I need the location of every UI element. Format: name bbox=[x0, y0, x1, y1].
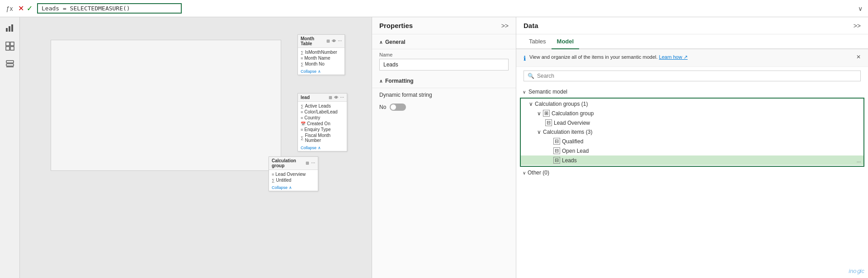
general-section-label: General bbox=[385, 39, 406, 45]
inoic-watermark: inoɡic bbox=[849, 268, 864, 274]
learn-how-link[interactable]: Learn how ↗ bbox=[659, 54, 688, 60]
open-lead-item[interactable]: ⊟ Open Lead bbox=[521, 146, 863, 155]
formatting-chevron-icon: ∧ bbox=[379, 79, 382, 84]
properties-header: Properties >> bbox=[372, 17, 516, 34]
cancel-button[interactable]: ✕ bbox=[18, 4, 24, 13]
more-icon3: ⋯ bbox=[311, 161, 315, 165]
month-table-icons: ⊞ 👁 ⋯ bbox=[326, 39, 342, 43]
table-row: ≡ Color/LabelLead bbox=[301, 109, 344, 115]
eye-icon: 👁 bbox=[332, 39, 336, 43]
field-icon5: ≡ bbox=[301, 127, 303, 132]
leads-item[interactable]: ⊟ Leads ... bbox=[521, 155, 863, 165]
left-sidebar bbox=[0, 17, 20, 278]
data-info-bar: ℹ View and organize all of the items in … bbox=[516, 49, 868, 67]
dynamic-format-toggle[interactable] bbox=[390, 104, 406, 111]
data-tree: ∨ Semantic model ∨ Calculation groups (1… bbox=[516, 85, 868, 278]
svg-rect-5 bbox=[6, 47, 9, 50]
field-colorlabel: Color/LabelLead bbox=[304, 109, 337, 114]
field-icon4: 📅 bbox=[301, 122, 306, 126]
properties-title: Properties bbox=[379, 22, 413, 29]
lead-overview-item[interactable]: ⊟ Lead Overview bbox=[521, 118, 863, 127]
info-text: View and organize all of the items in yo… bbox=[529, 54, 853, 61]
calc-group-icons: ⊞ ⋯ bbox=[306, 161, 315, 165]
other-chevron-icon: ∨ bbox=[523, 170, 526, 175]
table-row: ∑ Fiscal Month Number bbox=[301, 132, 344, 143]
lead-table-header: lead ⊞ 👁 ⋯ bbox=[298, 94, 347, 102]
toggle-label: No bbox=[379, 104, 386, 110]
properties-expand-button[interactable]: >> bbox=[501, 22, 509, 29]
formula-bar-chevron-icon[interactable]: ∨ bbox=[856, 3, 864, 14]
dynamic-format-row: Dynamic format string bbox=[372, 88, 516, 102]
semantic-model-header[interactable]: ∨ Semantic model bbox=[520, 87, 864, 97]
general-section-header[interactable]: ∧ General bbox=[372, 34, 516, 49]
info-close-button[interactable]: ✕ bbox=[856, 54, 861, 60]
svg-rect-7 bbox=[6, 61, 14, 63]
general-chevron-icon: ∧ bbox=[379, 40, 382, 45]
calc-group-body: ≡ Lead Overview ∑ Untitled bbox=[269, 170, 318, 184]
other-section-header[interactable]: ∨ Other (0) bbox=[520, 168, 864, 178]
formatting-section-label: Formatting bbox=[385, 78, 414, 84]
more-icon2: ⋯ bbox=[340, 95, 344, 100]
field-icon: ≡ bbox=[301, 56, 303, 61]
calc-group-header: Calculation group ⊞ ⋯ bbox=[269, 157, 318, 170]
lead-table-body: ∑ Active Leads ≡ Color/LabelLead ≡ Count… bbox=[298, 102, 347, 145]
search-icon: 🔍 bbox=[528, 73, 534, 79]
lead-overview-icon: ≡ bbox=[272, 172, 274, 177]
calc-group-collapse[interactable]: Collapse ∧ bbox=[269, 184, 318, 191]
svg-rect-6 bbox=[10, 47, 14, 50]
data-sidebar-icon[interactable] bbox=[3, 57, 17, 71]
tab-model[interactable]: Model bbox=[552, 34, 580, 49]
qualified-item[interactable]: ⊟ Qualified bbox=[521, 137, 863, 146]
more-icon: ⋯ bbox=[338, 39, 342, 43]
chart-sidebar-icon[interactable] bbox=[3, 21, 17, 35]
data-panel-collapse-button[interactable]: >> bbox=[854, 22, 861, 29]
grid-sidebar-icon[interactable] bbox=[3, 39, 17, 53]
table-row: ≡ Enquiry Type bbox=[301, 127, 344, 132]
eye-icon2: 👁 bbox=[334, 95, 338, 100]
table-row: 📅 Created On bbox=[301, 121, 344, 127]
tab-tables[interactable]: Tables bbox=[524, 34, 552, 49]
name-property-label: Name bbox=[379, 52, 509, 57]
canvas-white-area bbox=[51, 40, 281, 171]
calculation-groups-inner: ∨ Calculation groups (1) ∨ ⊞ Calculation… bbox=[521, 99, 863, 166]
svg-rect-0 bbox=[6, 28, 8, 32]
table-row: ≡ Lead Overview bbox=[272, 171, 315, 177]
toggle-knob bbox=[391, 104, 396, 110]
field-createdon: Created On bbox=[307, 121, 330, 126]
qualified-label: Qualified bbox=[562, 138, 583, 145]
svg-rect-8 bbox=[6, 64, 14, 66]
lead-table-collapse[interactable]: Collapse ∧ bbox=[298, 145, 347, 151]
calc-groups-chevron-icon: ∨ bbox=[529, 101, 533, 107]
toggle-row: No bbox=[372, 102, 516, 116]
formula-input[interactable] bbox=[37, 3, 182, 14]
calculation-items-header[interactable]: ∨ Calculation items (3) bbox=[521, 127, 863, 137]
formatting-section-header[interactable]: ∧ Formatting bbox=[372, 73, 516, 88]
sigma-icon: ∑ bbox=[301, 50, 303, 55]
calc-group-icon: ⊞ bbox=[543, 110, 550, 117]
qualified-icon: ⊟ bbox=[553, 138, 560, 145]
info-icon: ℹ bbox=[524, 55, 526, 62]
properties-panel: Properties >> ∧ General Name ∧ Formattin… bbox=[372, 17, 516, 278]
search-input[interactable] bbox=[537, 73, 857, 79]
other-label: Other (0) bbox=[528, 170, 549, 176]
calc-group-title: Calculation group bbox=[272, 158, 306, 168]
data-tabs: Tables Model bbox=[516, 34, 868, 49]
confirm-button[interactable]: ✓ bbox=[27, 4, 33, 13]
data-search-bar: 🔍 bbox=[524, 71, 861, 81]
open-lead-icon: ⊟ bbox=[553, 147, 560, 154]
calculation-groups-header[interactable]: ∨ Calculation groups (1) bbox=[521, 99, 863, 108]
leads-icon: ⊟ bbox=[553, 157, 560, 164]
formula-bar: ƒx ✕ ✓ ∨ bbox=[0, 0, 868, 17]
name-property-input[interactable] bbox=[379, 59, 509, 71]
table-row: ≡ Country bbox=[301, 115, 344, 121]
month-table-header: Month Table ⊞ 👁 ⋯ bbox=[298, 35, 344, 48]
open-lead-label: Open Lead bbox=[562, 148, 589, 154]
month-table-collapse[interactable]: Collapse ∧ bbox=[298, 68, 344, 75]
lead-table-card: lead ⊞ 👁 ⋯ ∑ Active Leads ≡ Color/LabelL… bbox=[297, 93, 347, 151]
table-row: ∑ Active Leads bbox=[301, 103, 344, 109]
month-table-body: ∑ IsMonthNumber ≡ Month Name ∑ Month No bbox=[298, 48, 344, 68]
table-icon2: ⊞ bbox=[329, 95, 332, 100]
leads-more-button[interactable]: ... bbox=[857, 158, 861, 163]
calculation-group-item[interactable]: ∨ ⊞ Calculation group bbox=[521, 108, 863, 118]
table-icon: ⊞ bbox=[326, 39, 330, 43]
